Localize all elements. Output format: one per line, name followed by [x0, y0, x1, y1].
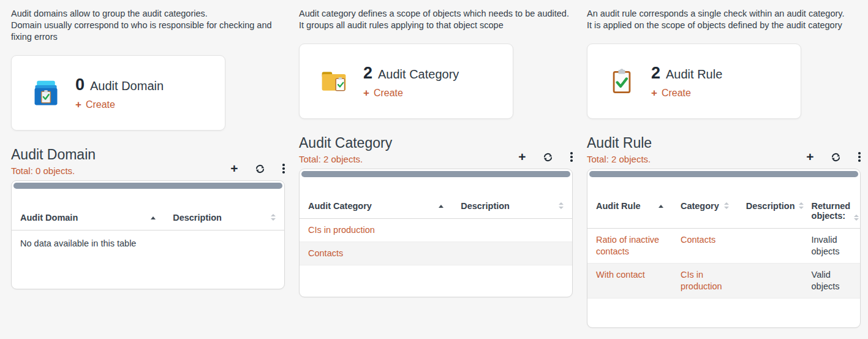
column-label: Category [681, 201, 719, 211]
sort-ascending-icon [151, 216, 156, 219]
table-menu-button[interactable] [858, 151, 861, 162]
card-body: 2 Audit Category + Create [363, 64, 459, 99]
object-link[interactable]: With contact [596, 270, 645, 280]
section-header: Audit Rule Total: 2 objects. + [587, 134, 861, 164]
create-audit-domain-button[interactable]: + Create [75, 99, 115, 111]
add-object-button[interactable]: + [806, 151, 813, 162]
table-toolbar: + [788, 151, 861, 164]
column-header-description[interactable]: Description [452, 177, 572, 219]
audit-category-panel: Audit category defines a scope of object… [299, 8, 573, 328]
column-header-description[interactable]: Description [738, 177, 803, 229]
column-header-description[interactable]: Description [164, 189, 284, 230]
audit-category-table: Audit Category Description CIs in produc… [299, 169, 573, 297]
table-row: Contacts [300, 242, 572, 265]
audit-rule-table: Audit Rule Category Description Returned… [587, 169, 861, 328]
create-audit-rule-button[interactable]: + Create [651, 87, 691, 99]
kebab-menu-icon [570, 151, 573, 162]
column-header-audit-rule[interactable]: Audit Rule [587, 177, 672, 229]
plus-icon: + [230, 164, 238, 173]
description-line: Audit category defines a scope of object… [299, 8, 573, 20]
table-row: CIs in production [300, 219, 572, 242]
refresh-icon [543, 153, 553, 162]
card-body: 0 Audit Domain + Create [75, 75, 164, 111]
audit-rule-panel: An audit rule corresponds a single check… [587, 8, 861, 328]
sort-both-icon [271, 214, 276, 221]
panel-description: Audit domains allow to group the audit c… [11, 8, 285, 43]
refresh-button[interactable] [831, 151, 840, 162]
description-line: An audit rule corresponds a single check… [587, 8, 861, 20]
card-title: Audit Category [378, 67, 459, 82]
refresh-button[interactable] [255, 163, 265, 174]
table-cell [452, 219, 572, 242]
column-header-audit-domain[interactable]: Audit Domain [12, 189, 164, 230]
object-link[interactable]: CIs in production [681, 270, 722, 291]
column-header-category[interactable]: Category [672, 177, 738, 229]
section-title: Audit Rule [587, 134, 652, 152]
plus-icon: + [363, 87, 369, 99]
table-menu-button[interactable] [282, 163, 285, 174]
section-header: Audit Category Total: 2 objects. + [299, 134, 573, 164]
description-line: It groups all audit rules applying to th… [299, 20, 573, 31]
object-link[interactable]: CIs in production [308, 225, 375, 235]
total-count-label: Total: 0 objects. [11, 166, 96, 176]
object-count: 2 [651, 64, 660, 83]
table-cell [738, 264, 803, 299]
audit-domain-table: Audit Domain Description No data availab… [11, 180, 285, 289]
sort-ascending-icon [439, 205, 443, 208]
clipboard-check-icon [607, 67, 636, 96]
plus-icon: + [75, 99, 81, 111]
section-title: Audit Category [299, 134, 392, 152]
folder-check-icon [319, 67, 349, 96]
table-row: With contact CIs in production Valid obj… [587, 264, 860, 299]
panels-grid: Audit domains allow to group the audit c… [11, 8, 861, 328]
archive-box-check-icon [31, 78, 61, 108]
section-header: Audit Domain Total: 0 objects. + [11, 145, 285, 176]
column-label: Description [746, 201, 795, 211]
horizontal-scrollbar[interactable] [589, 171, 858, 177]
create-label: Create [662, 88, 691, 99]
create-label: Create [374, 88, 403, 99]
column-label: Returned objects: [812, 201, 851, 221]
table-cell: Valid objects [803, 264, 860, 299]
card-title: Audit Rule [666, 67, 722, 82]
table-row: Ratio of inactive contacts Contacts Inva… [587, 229, 860, 264]
object-link[interactable]: Ratio of inactive contacts [596, 235, 659, 256]
plus-icon: + [518, 152, 526, 162]
create-audit-category-button[interactable]: + Create [363, 87, 403, 99]
column-header-audit-category[interactable]: Audit Category [300, 177, 452, 219]
empty-message: No data available in this table [12, 230, 284, 257]
refresh-icon [831, 153, 840, 162]
plus-icon: + [651, 87, 657, 99]
refresh-button[interactable] [543, 151, 553, 162]
sort-both-icon [559, 202, 564, 209]
card-title: Audit Domain [90, 79, 164, 93]
column-label: Description [461, 201, 510, 211]
horizontal-scrollbar[interactable] [301, 171, 570, 177]
card-body: 2 Audit Rule + Create [651, 64, 722, 99]
horizontal-scrollbar[interactable] [13, 183, 282, 189]
sort-both-icon [854, 215, 859, 221]
empty-table-row: No data available in this table [12, 230, 284, 257]
kebab-menu-icon [282, 163, 285, 173]
sort-both-icon [724, 202, 729, 209]
kebab-menu-icon [858, 151, 861, 162]
panel-description: An audit rule corresponds a single check… [587, 8, 861, 31]
description-line: Audit domains allow to group the audit c… [11, 8, 285, 20]
object-link[interactable]: Contacts [681, 235, 715, 245]
total-count-label: Total: 2 objects. [587, 154, 652, 164]
object-count: 2 [363, 64, 372, 83]
audit-rule-summary-card: 2 Audit Rule + Create [587, 44, 801, 119]
sort-both-icon [799, 202, 804, 209]
object-link[interactable]: Contacts [308, 248, 343, 258]
audit-dashboard-page: { "colors": { "accent_orange": "#c45b35"… [0, 0, 868, 339]
plus-icon: + [806, 152, 813, 162]
column-header-returned-objects[interactable]: Returned objects: [803, 177, 860, 229]
add-object-button[interactable]: + [230, 163, 238, 174]
refresh-icon [255, 164, 265, 173]
column-label: Description [173, 213, 222, 223]
column-label: Audit Domain [20, 213, 78, 223]
sort-ascending-icon [659, 205, 663, 208]
add-object-button[interactable]: + [518, 151, 526, 162]
audit-category-summary-card: 2 Audit Category + Create [299, 44, 513, 119]
table-menu-button[interactable] [570, 151, 573, 162]
